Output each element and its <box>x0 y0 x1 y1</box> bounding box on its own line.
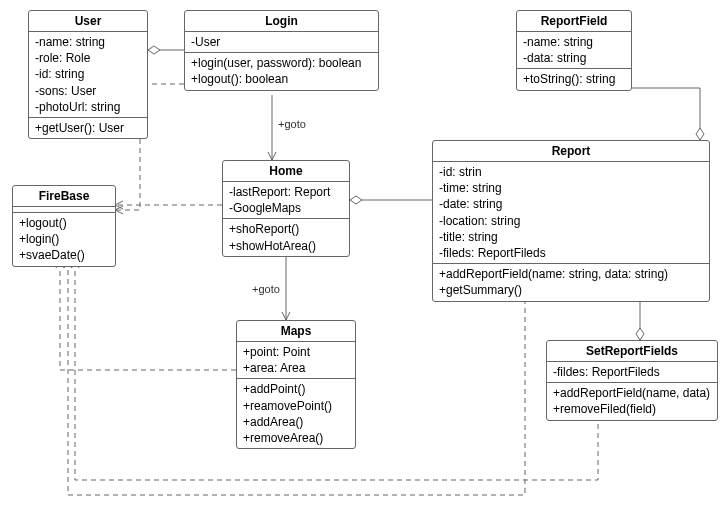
class-maps[interactable]: Maps +point: Point +area: Area +addPoint… <box>236 320 356 449</box>
class-setreportfields-ops: +addReportField(name, data) +removeFiled… <box>547 383 717 419</box>
class-reportfield-title: ReportField <box>517 11 631 32</box>
class-maps-ops: +addPoint() +reamovePoint() +addArea() +… <box>237 379 355 448</box>
class-reportfield[interactable]: ReportField -name: string -data: string … <box>516 10 632 91</box>
class-user-title: User <box>29 11 147 32</box>
class-report-title: Report <box>433 141 709 162</box>
class-setreportfields-attrs: -fildes: ReportFileds <box>547 362 717 383</box>
edge-label-login-home: +goto <box>278 118 306 130</box>
class-login-attrs: -User <box>185 32 378 53</box>
class-home-title: Home <box>223 161 349 182</box>
class-login[interactable]: Login -User +login(user, password): bool… <box>184 10 379 91</box>
class-maps-title: Maps <box>237 321 355 342</box>
class-firebase-ops: +logout() +login() +svaeDate() <box>13 213 115 266</box>
class-user-ops: +getUser(): User <box>29 118 147 138</box>
class-user[interactable]: User -name: string -role: Role -id: stri… <box>28 10 148 139</box>
class-report[interactable]: Report -id: strin -time: string -date: s… <box>432 140 710 302</box>
class-login-title: Login <box>185 11 378 32</box>
class-login-ops: +login(user, password): boolean +logout(… <box>185 53 378 89</box>
class-setreportfields[interactable]: SetReportFields -fildes: ReportFileds +a… <box>546 340 718 421</box>
class-maps-attrs: +point: Point +area: Area <box>237 342 355 379</box>
class-setreportfields-title: SetReportFields <box>547 341 717 362</box>
class-home-attrs: -lastReport: Report -GoogleMaps <box>223 182 349 219</box>
class-reportfield-attrs: -name: string -data: string <box>517 32 631 69</box>
class-firebase-title: FireBase <box>13 186 115 207</box>
class-report-attrs: -id: strin -time: string -date: string -… <box>433 162 709 264</box>
class-home-ops: +shoReport() +showHotArea() <box>223 219 349 255</box>
class-reportfield-ops: +toString(): string <box>517 69 631 89</box>
class-user-attrs: -name: string -role: Role -id: string -s… <box>29 32 147 118</box>
edge-label-home-maps: +goto <box>252 283 280 295</box>
class-home[interactable]: Home -lastReport: Report -GoogleMaps +sh… <box>222 160 350 257</box>
class-firebase[interactable]: FireBase +logout() +login() +svaeDate() <box>12 185 116 267</box>
class-report-ops: +addReportField(name: string, data: stri… <box>433 264 709 300</box>
